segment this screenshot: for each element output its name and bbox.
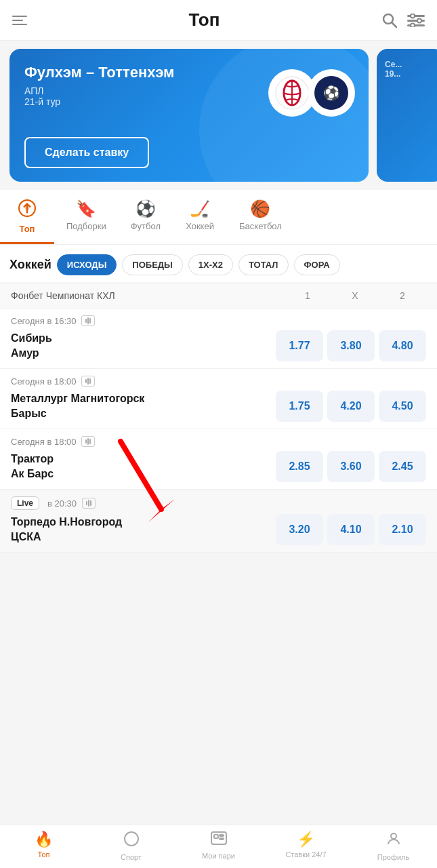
live-badge: Live xyxy=(11,496,39,510)
svg-point-6 xyxy=(417,18,421,22)
category-tabs: Топ 🔖 Подборки ⚽ Футбол 🏒 Хоккей 🏀 Баске… xyxy=(0,190,437,245)
stats-icon[interactable] xyxy=(81,315,95,326)
page-title: Топ xyxy=(189,9,220,31)
col-x: X xyxy=(331,290,379,301)
odds-headers: 1 X 2 xyxy=(284,290,426,301)
app-header: Топ xyxy=(0,0,437,41)
bet-button[interactable]: Сделать ставку xyxy=(24,137,149,168)
odds-row: 2.85 3.60 2.45 xyxy=(272,451,426,482)
league-name: Фонбет Чемпионат КХЛ xyxy=(11,290,115,301)
svg-point-17 xyxy=(125,832,138,846)
svg-rect-4 xyxy=(407,24,425,26)
team-logos: ⚽ xyxy=(268,69,355,117)
search-icon xyxy=(381,12,398,28)
match-time-row: Сегодня в 18:00 xyxy=(11,436,426,447)
svg-point-5 xyxy=(411,14,415,18)
header-actions xyxy=(381,12,425,28)
odd-1-btn[interactable]: 1.77 xyxy=(276,330,323,361)
tab-basketball-label: Баскетбол xyxy=(239,221,282,231)
search-button[interactable] xyxy=(381,12,398,28)
match-row: Сегодня в 16:30 Сибирь Амур 1.77 3.80 4.… xyxy=(0,309,437,369)
tab-selections[interactable]: 🔖 Подборки xyxy=(54,197,119,244)
flame-icon: 🔥 xyxy=(35,831,53,848)
match-teams: Торпедо Н.Новгород ЦСКА xyxy=(11,515,272,545)
nav-sport[interactable]: Спорт xyxy=(87,831,175,861)
match-teams: Металлург Магнитогорск Барыс xyxy=(11,391,272,422)
nav-sport-label: Спорт xyxy=(121,853,142,861)
svg-point-7 xyxy=(411,23,415,27)
odd-x-btn[interactable]: 4.20 xyxy=(327,391,375,422)
odd-2-btn[interactable]: 2.10 xyxy=(379,514,426,545)
menu-button[interactable] xyxy=(12,16,27,25)
team2-name: Ак Барс xyxy=(11,467,272,481)
banner-card-secondary: Се... 19... xyxy=(377,49,437,182)
nav-bets247-label: Ставки 24/7 xyxy=(285,850,326,859)
filter-total[interactable]: ТОТАЛ xyxy=(238,254,289,275)
odd-1-btn[interactable]: 1.75 xyxy=(276,391,323,422)
football-icon: ⚽ xyxy=(136,199,156,218)
section-title: Хоккей xyxy=(9,258,51,272)
odd-2-btn[interactable]: 4.50 xyxy=(379,391,426,422)
odd-1-btn[interactable]: 3.20 xyxy=(276,514,323,545)
svg-rect-21 xyxy=(220,838,224,840)
nav-top-label: Топ xyxy=(38,850,50,859)
bets-icon xyxy=(210,831,228,850)
hamburger-icon xyxy=(12,16,27,25)
selections-icon: 🔖 xyxy=(76,199,96,218)
odd-x-btn[interactable]: 3.80 xyxy=(327,330,375,361)
basketball-icon: 🏀 xyxy=(250,199,270,218)
stats-icon[interactable] xyxy=(81,376,95,387)
match-time-row: Сегодня в 18:00 xyxy=(11,376,426,387)
nav-bets[interactable]: Мои пари xyxy=(175,831,262,861)
odd-2-btn[interactable]: 4.80 xyxy=(379,330,426,361)
team1-name: Сибирь xyxy=(11,331,272,346)
hockey-icon: 🏒 xyxy=(190,199,210,218)
odds-row: 1.75 4.20 4.50 xyxy=(272,391,426,422)
odds-row: 1.77 3.80 4.80 xyxy=(272,330,426,361)
odd-x-btn[interactable]: 4.10 xyxy=(327,514,375,545)
nav-profile[interactable]: Профиль xyxy=(350,831,437,861)
filter-1x-x2[interactable]: 1Х-Х2 xyxy=(188,254,233,275)
matches-section: Фонбет Чемпионат КХЛ 1 X 2 Сегодня в 16:… xyxy=(0,283,437,553)
tab-hockey[interactable]: 🏒 Хоккей xyxy=(173,197,227,244)
match-teams: Сибирь Амур xyxy=(11,331,272,361)
banner-area: Фулхэм – Тоттенхэм АПЛ 21-й тур xyxy=(0,41,437,190)
odd-2-btn[interactable]: 2.45 xyxy=(379,451,426,482)
tab-top[interactable]: Топ xyxy=(0,197,54,244)
odd-1-btn[interactable]: 2.85 xyxy=(276,451,323,482)
team2-name: Барыс xyxy=(11,406,272,421)
league-header: Фонбет Чемпионат КХЛ 1 X 2 xyxy=(0,283,437,309)
match-time-2: Сегодня в 18:00 xyxy=(11,376,76,387)
filter-outcomes[interactable]: ИСХОДЫ xyxy=(57,254,117,275)
match-content: Металлург Магнитогорск Барыс 1.75 4.20 4… xyxy=(11,391,426,422)
team2-logo: ⚽ xyxy=(308,69,355,117)
odd-x-btn[interactable]: 3.60 xyxy=(327,451,375,482)
profile-icon xyxy=(386,831,402,851)
stats-icon[interactable] xyxy=(81,436,95,447)
svg-line-1 xyxy=(392,23,396,27)
match-content: Торпедо Н.Новгород ЦСКА 3.20 4.10 2.10 xyxy=(11,514,426,545)
match-teams: Трактор Ак Барс xyxy=(11,452,272,482)
stats-icon[interactable] xyxy=(82,498,96,509)
nav-bets247[interactable]: ⚡ Ставки 24/7 xyxy=(262,831,350,861)
svg-point-22 xyxy=(391,833,396,839)
team1-name: Трактор xyxy=(11,452,272,467)
match-time-4: в 20:30 xyxy=(47,498,77,509)
team1-name: Торпедо Н.Новгород xyxy=(11,515,272,530)
tab-basketball[interactable]: 🏀 Баскетбол xyxy=(227,197,294,244)
sport-icon xyxy=(123,831,140,851)
team1-name: Металлург Магнитогорск xyxy=(11,391,272,406)
tab-football-label: Футбол xyxy=(131,221,161,231)
filter-wins[interactable]: ПОБЕДЫ xyxy=(122,254,182,275)
banner-card-main[interactable]: Фулхэм – Тоттенхэм АПЛ 21-й тур xyxy=(9,49,369,182)
match-row: Сегодня в 18:00 Металлург Магнитогорск Б… xyxy=(0,369,437,429)
tab-top-label: Топ xyxy=(20,224,35,234)
filter-handicap[interactable]: ФОРА xyxy=(294,254,340,275)
bottom-nav: 🔥 Топ Спорт Мои пари ⚡ Ставки 24/7 Профи… xyxy=(0,825,437,868)
secondary-info: 19... xyxy=(385,69,436,79)
settings-button[interactable] xyxy=(407,14,425,27)
nav-top[interactable]: 🔥 Топ xyxy=(0,831,87,861)
tab-football[interactable]: ⚽ Футбол xyxy=(119,197,173,244)
lightning-icon: ⚡ xyxy=(297,831,315,848)
tab-selections-label: Подборки xyxy=(66,221,106,231)
